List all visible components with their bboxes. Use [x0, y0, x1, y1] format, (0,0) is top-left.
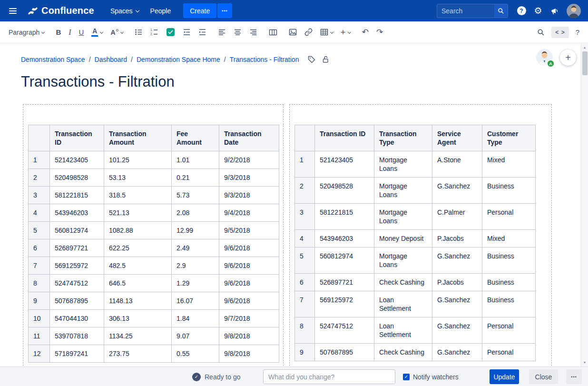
- column-header[interactable]: Transaction Type: [374, 125, 432, 151]
- data-cell[interactable]: 9/6/2018: [219, 292, 279, 310]
- data-cell[interactable]: Check Cashing: [374, 274, 432, 291]
- row-number-cell[interactable]: 2: [29, 169, 50, 187]
- close-button[interactable]: Close: [529, 369, 558, 384]
- notify-watchers-toggle[interactable]: ✓ Notify watchers: [403, 367, 459, 386]
- data-cell[interactable]: G.Sanchez: [432, 344, 482, 361]
- data-cell[interactable]: Loan Settlement: [374, 317, 432, 344]
- data-cell[interactable]: 521423405: [50, 151, 104, 169]
- data-cell[interactable]: Mortgage Loans: [374, 178, 432, 204]
- row-number-cell[interactable]: 9: [29, 292, 50, 310]
- data-cell[interactable]: Business: [482, 178, 536, 204]
- scrollbar-thumb[interactable]: [582, 51, 588, 75]
- data-cell[interactable]: G.Sanchez: [432, 317, 482, 344]
- row-number-cell[interactable]: 3: [29, 187, 50, 204]
- editing-user-avatar[interactable]: A: [536, 49, 553, 66]
- data-cell[interactable]: Loan Settlement: [374, 291, 432, 317]
- data-cell[interactable]: 318.5: [104, 187, 172, 204]
- data-cell[interactable]: 526897721: [50, 239, 104, 257]
- nav-spaces[interactable]: Spaces: [105, 4, 145, 18]
- redo-button[interactable]: ↷: [376, 28, 383, 36]
- data-cell[interactable]: 0.55: [172, 345, 219, 363]
- breadcrumb-link[interactable]: Dashboard: [95, 56, 127, 63]
- row-number-cell[interactable]: 4: [295, 230, 315, 247]
- more-formatting-button[interactable]: A: [110, 29, 123, 36]
- column-header[interactable]: Transaction ID: [50, 125, 104, 151]
- row-number-cell[interactable]: 7: [29, 257, 50, 275]
- data-cell[interactable]: 1.01: [172, 151, 219, 169]
- gear-icon[interactable]: ⚙: [531, 4, 545, 18]
- data-cell[interactable]: 1.84: [172, 310, 219, 327]
- task-list-button[interactable]: [166, 28, 175, 37]
- data-cell[interactable]: 569125972: [50, 257, 104, 275]
- data-cell[interactable]: 2.9: [172, 257, 219, 275]
- align-right-button[interactable]: [249, 28, 257, 36]
- labels-tag-icon[interactable]: [307, 55, 316, 64]
- row-number-cell[interactable]: 10: [29, 310, 50, 327]
- help-icon[interactable]: ?: [515, 4, 528, 18]
- breadcrumb-link[interactable]: Transactions - Filtration: [230, 56, 299, 63]
- data-cell[interactable]: 560812974: [50, 222, 104, 239]
- column-header[interactable]: Transaction Amount: [104, 125, 172, 151]
- data-cell[interactable]: Mortgage Loans: [374, 151, 432, 178]
- data-cell[interactable]: Mortgage Loans: [374, 204, 432, 230]
- data-cell[interactable]: 1.29: [172, 275, 219, 292]
- column-header[interactable]: [29, 125, 50, 151]
- create-button[interactable]: Create: [183, 3, 216, 18]
- data-cell[interactable]: 521423405: [315, 151, 374, 178]
- breadcrumb-link[interactable]: Demonstration Space Home: [137, 56, 220, 63]
- data-cell[interactable]: 16.07: [172, 292, 219, 310]
- data-cell[interactable]: 5.73: [172, 187, 219, 204]
- confluence-logo[interactable]: Confluence: [27, 5, 94, 17]
- bold-button[interactable]: B: [56, 29, 61, 36]
- column-header[interactable]: Transaction Date: [219, 125, 279, 151]
- checkbox-checked-icon[interactable]: ✓: [403, 374, 410, 380]
- megaphone-icon[interactable]: [548, 4, 561, 18]
- data-cell[interactable]: 9.07: [172, 327, 219, 345]
- data-cell[interactable]: 9/8/2018: [219, 345, 279, 363]
- breadcrumb-link[interactable]: Demonstration Space: [21, 56, 85, 63]
- data-cell[interactable]: 482.5: [104, 257, 172, 275]
- align-left-button[interactable]: [218, 28, 226, 36]
- data-cell[interactable]: 1148.13: [104, 292, 172, 310]
- data-cell[interactable]: 520498528: [315, 178, 374, 204]
- row-number-cell[interactable]: 2: [295, 178, 315, 204]
- text-color-button[interactable]: A: [91, 28, 103, 37]
- data-cell[interactable]: Check Cashing: [374, 344, 432, 361]
- row-number-cell[interactable]: 3: [295, 204, 315, 230]
- data-cell[interactable]: G.Sanchez: [432, 178, 482, 204]
- data-cell[interactable]: 646.5: [104, 275, 172, 292]
- data-cell[interactable]: 9/3/2018: [219, 169, 279, 187]
- user-avatar[interactable]: [567, 4, 581, 18]
- data-cell[interactable]: 547044130: [50, 310, 104, 327]
- bullet-list-button[interactable]: [135, 28, 143, 36]
- indent-button[interactable]: [198, 28, 206, 36]
- row-number-cell[interactable]: 9: [295, 344, 315, 361]
- row-number-cell[interactable]: 6: [295, 274, 315, 291]
- row-number-cell[interactable]: 8: [295, 317, 315, 344]
- insert-more-button[interactable]: +: [341, 28, 351, 37]
- data-cell[interactable]: 9/6/2018: [219, 257, 279, 275]
- data-cell[interactable]: P.Jacobs: [432, 274, 482, 291]
- data-cell[interactable]: 9/5/2018: [219, 222, 279, 239]
- data-cell[interactable]: Mortgage Loans: [374, 247, 432, 274]
- page-title[interactable]: Transactions - Filtration: [21, 73, 581, 90]
- data-cell[interactable]: 521.13: [104, 204, 172, 222]
- data-cell[interactable]: Business: [482, 274, 536, 291]
- insert-image-button[interactable]: [289, 28, 297, 36]
- footer-more-button[interactable]: •••: [566, 369, 582, 384]
- row-number-cell[interactable]: 12: [29, 345, 50, 363]
- data-cell[interactable]: P.Jacobs: [432, 230, 482, 247]
- row-number-cell[interactable]: 11: [29, 327, 50, 345]
- scroll-up-arrow[interactable]: ▲: [581, 44, 588, 51]
- column-header[interactable]: Transaction ID: [315, 125, 374, 151]
- data-cell[interactable]: Personal: [482, 317, 536, 344]
- data-cell[interactable]: 1134.25: [104, 327, 172, 345]
- create-more-button[interactable]: •••: [217, 3, 232, 18]
- data-cell[interactable]: 539707818: [50, 327, 104, 345]
- data-cell[interactable]: 581221815: [315, 204, 374, 230]
- left-table-macro[interactable]: Transaction IDTransaction AmountFee Amou…: [23, 104, 284, 366]
- row-number-cell[interactable]: 6: [29, 239, 50, 257]
- update-button[interactable]: Update: [490, 369, 519, 384]
- align-center-button[interactable]: [234, 28, 242, 36]
- data-cell[interactable]: 524747512: [315, 317, 374, 344]
